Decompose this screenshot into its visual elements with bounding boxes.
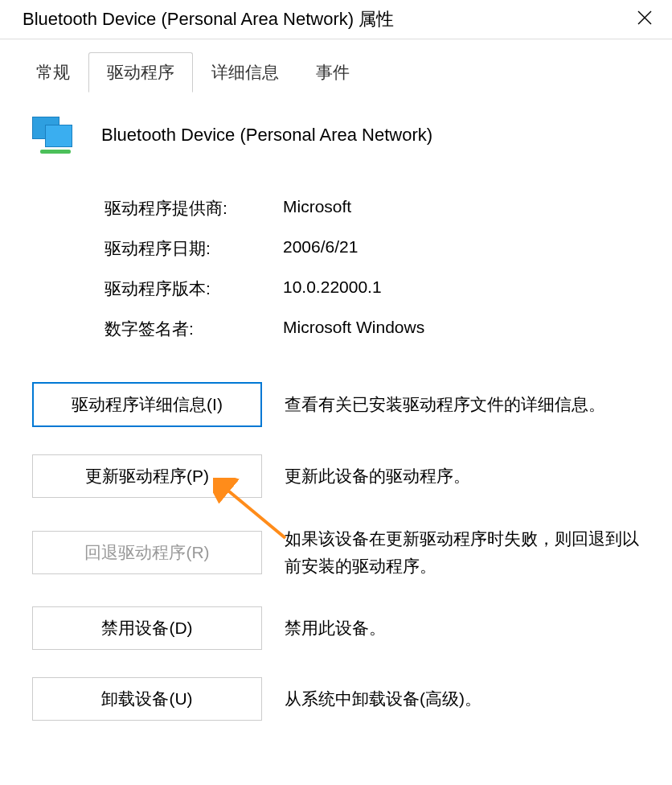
- action-row-disable: 禁用设备(D) 禁用此设备。: [32, 606, 643, 650]
- uninstall-device-button[interactable]: 卸载设备(U): [32, 677, 262, 721]
- info-label: 驱动程序版本:: [104, 277, 283, 300]
- action-row-update: 更新驱动程序(P) 更新此设备的驱动程序。: [32, 454, 643, 498]
- tabs-bar: 常规 驱动程序 详细信息 事件: [0, 39, 672, 92]
- driver-info: 驱动程序提供商: Microsoft 驱动程序日期: 2006/6/21 驱动程…: [104, 197, 643, 340]
- driver-details-button[interactable]: 驱动程序详细信息(I): [32, 382, 262, 427]
- device-name: Bluetooth Device (Personal Area Network): [101, 125, 432, 146]
- info-value: Microsoft: [283, 197, 351, 220]
- info-label: 驱动程序日期:: [104, 237, 283, 260]
- info-value: Microsoft Windows: [283, 318, 424, 340]
- info-label: 数字签名者:: [104, 318, 283, 340]
- info-label: 驱动程序提供商:: [104, 197, 283, 220]
- info-row-version: 驱动程序版本: 10.0.22000.1: [104, 277, 643, 300]
- tab-panel-driver: Bluetooth Device (Personal Area Network)…: [0, 92, 672, 764]
- action-row-details: 驱动程序详细信息(I) 查看有关已安装驱动程序文件的详细信息。: [32, 382, 643, 427]
- info-value: 10.0.22000.1: [283, 277, 382, 300]
- close-button[interactable]: [629, 6, 661, 32]
- action-row-uninstall: 卸载设备(U) 从系统中卸载设备(高级)。: [32, 677, 643, 721]
- action-desc: 更新此设备的驱动程序。: [285, 462, 470, 490]
- action-desc: 查看有关已安装驱动程序文件的详细信息。: [285, 391, 605, 418]
- info-row-signer: 数字签名者: Microsoft Windows: [104, 318, 643, 340]
- titlebar: Bluetooth Device (Personal Area Network)…: [0, 0, 672, 39]
- action-desc: 禁用此设备。: [285, 614, 386, 642]
- tab-events[interactable]: 事件: [297, 52, 368, 92]
- tab-driver[interactable]: 驱动程序: [88, 52, 193, 92]
- info-row-provider: 驱动程序提供商: Microsoft: [104, 197, 643, 220]
- action-row-rollback: 回退驱动程序(R) 如果该设备在更新驱动程序时失败，则回退到以前安装的驱动程序。: [32, 525, 643, 579]
- info-row-date: 驱动程序日期: 2006/6/21: [104, 237, 643, 260]
- update-driver-button[interactable]: 更新驱动程序(P): [32, 454, 262, 498]
- close-icon: [637, 10, 653, 26]
- properties-dialog: Bluetooth Device (Personal Area Network)…: [0, 0, 672, 785]
- window-title: Bluetooth Device (Personal Area Network)…: [23, 7, 394, 31]
- action-desc: 如果该设备在更新驱动程序时失败，则回退到以前安装的驱动程序。: [285, 525, 643, 579]
- tab-general[interactable]: 常规: [18, 52, 88, 92]
- network-device-icon: [32, 117, 74, 154]
- device-header: Bluetooth Device (Personal Area Network): [32, 117, 643, 154]
- disable-device-button[interactable]: 禁用设备(D): [32, 606, 262, 650]
- rollback-driver-button: 回退驱动程序(R): [32, 531, 262, 574]
- info-value: 2006/6/21: [283, 237, 358, 260]
- action-desc: 从系统中卸载设备(高级)。: [285, 685, 481, 713]
- tab-details[interactable]: 详细信息: [193, 52, 297, 92]
